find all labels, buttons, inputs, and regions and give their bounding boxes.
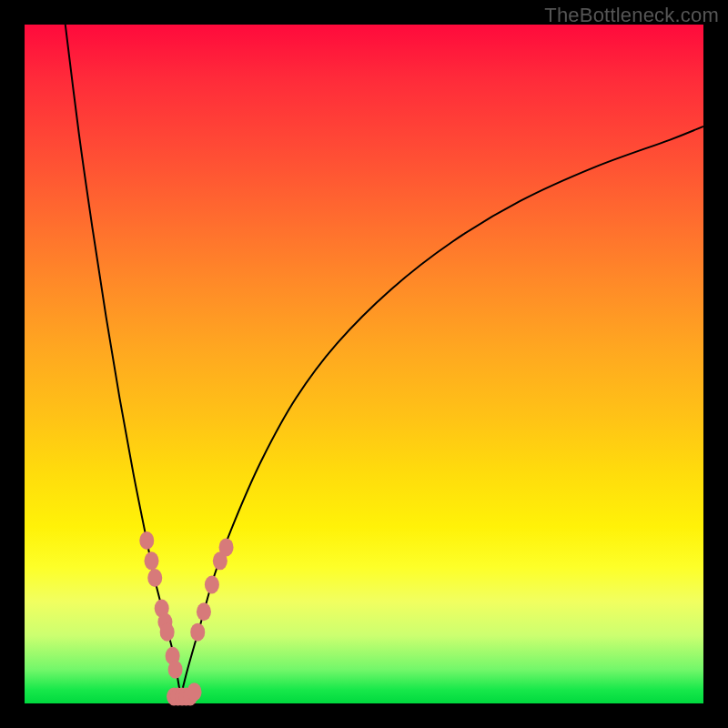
data-point-left-2 <box>147 569 162 587</box>
data-point-right-2 <box>205 575 219 593</box>
bottleneck-curve-left-branch <box>66 25 181 697</box>
data-point-left-5 <box>160 623 175 642</box>
data-point-left-7 <box>168 661 183 679</box>
plot-area <box>25 25 703 703</box>
data-point-left-1 <box>145 551 159 570</box>
chart-frame: TheBottleneck.com <box>0 0 728 728</box>
data-point-right-4 <box>219 538 234 556</box>
data-point-right-0 <box>190 623 205 642</box>
data-point-right-1 <box>197 602 211 621</box>
curve-svg <box>25 25 703 703</box>
watermark-text: TheBottleneck.com <box>544 4 719 27</box>
bottleneck-curve-right-branch <box>181 126 703 697</box>
data-point-left-0 <box>139 531 154 550</box>
data-point-bottom-5 <box>187 682 202 701</box>
